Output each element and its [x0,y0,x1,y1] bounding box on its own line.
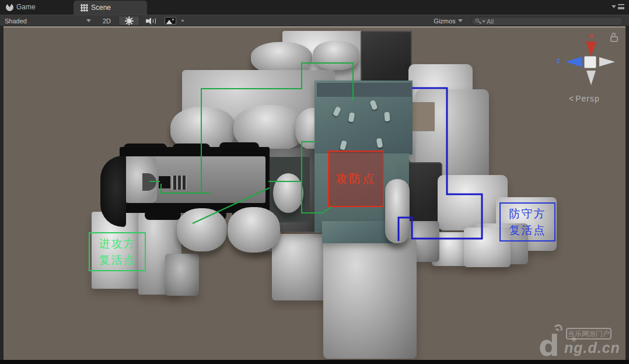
window-edge [625,26,629,360]
axis-x-cone[interactable] [586,41,596,57]
2d-toggle-button[interactable]: 2D [97,16,117,26]
axis-neg-cone-bottom[interactable] [586,71,596,85]
scene-grid-icon [81,4,88,12]
attacker-respawn-line1: 进攻方 [99,236,136,252]
attack-defense-point-label: 攻防点 [336,171,376,187]
attacker-respawn-label: 进攻方 复活点 [89,232,146,271]
axis-z-cone[interactable] [565,57,582,67]
scene-block [177,208,227,251]
truck-nose [100,156,126,227]
axis-x-label: x [589,32,593,40]
truck-wheel [145,210,181,220]
axis-z-label: z [557,57,560,65]
watermark-site: ng.d.cn [564,340,620,356]
chevron-down-icon [482,20,485,23]
hinge-pin [384,112,390,122]
tab-scene-label: Scene [91,4,111,12]
watermark-logo: d [539,329,560,360]
image-effects-icon [165,17,176,24]
selected-structure-block [317,83,411,97]
scene-block [313,41,359,70]
effects-dropdown[interactable] [180,16,186,26]
left-arrow-icon: < [569,94,574,103]
speaker-icon [146,17,156,25]
search-input[interactable] [487,18,603,25]
chevron-down-icon [181,20,184,22]
axis-neg-cone-right[interactable] [599,57,615,66]
scene-search-field[interactable] [471,17,623,26]
watermark: d 当乐网游门户 ng.d.cn [534,321,627,360]
scene-viewport[interactable]: 攻防点 进攻方 复活点 防守方 复活点 x z <Persp d 当乐网游门户 … [0,26,629,360]
sun-icon [125,16,134,25]
chevron-down-icon [86,19,91,22]
defender-respawn-label: 防守方 复活点 [499,202,555,242]
gizmos-label: Gizmos [434,18,455,24]
chevron-down-icon [611,5,616,8]
tab-bar: Game Scene [0,0,629,15]
projection-label: Persp [575,94,600,103]
tab-game[interactable]: Game [6,0,36,14]
scene-toolbar: Shaded 2D Gizmos [0,15,629,26]
scene-block [272,234,331,300]
scene-block [251,42,312,74]
game-view-icon [6,4,13,11]
gizmos-dropdown[interactable]: Gizmos [429,16,467,26]
shading-mode-dropdown[interactable]: Shaded [5,16,93,26]
search-icon [476,19,481,24]
chevron-down-icon [458,19,463,22]
attacker-respawn-line2: 复活点 [99,252,136,268]
shading-mode-label: Shaded [5,18,27,24]
defender-respawn-line2: 复活点 [509,222,546,239]
audio-toggle-button[interactable] [141,16,160,26]
scene-block [165,254,199,296]
tab-game-label: Game [16,3,36,11]
projection-toggle[interactable]: <Persp [569,94,600,103]
effects-toggle-button[interactable] [162,16,179,26]
defender-respawn-line1: 防守方 [509,206,546,222]
scene-block [273,173,303,213]
truck-cargo-box [159,176,170,188]
scene-block [323,238,417,359]
window-edge [0,26,4,360]
lock-icon[interactable] [610,36,618,42]
lighting-toggle-button[interactable] [118,16,139,26]
attack-defense-point-zone: 攻防点 [328,150,384,207]
window-menu-icon[interactable] [611,4,624,9]
scene-block [385,179,410,243]
2d-toggle-label: 2D [103,18,111,24]
unity-editor-window: Game Scene Shaded 2D [0,0,629,364]
window-edge [0,360,629,364]
hamburger-icon [618,4,624,9]
tab-scene[interactable]: Scene [74,1,147,15]
truck-vents [172,176,187,190]
watermark-badge: 当乐网游门户 [566,328,611,340]
axis-center-cube[interactable] [584,56,596,68]
scene-block [228,207,280,253]
